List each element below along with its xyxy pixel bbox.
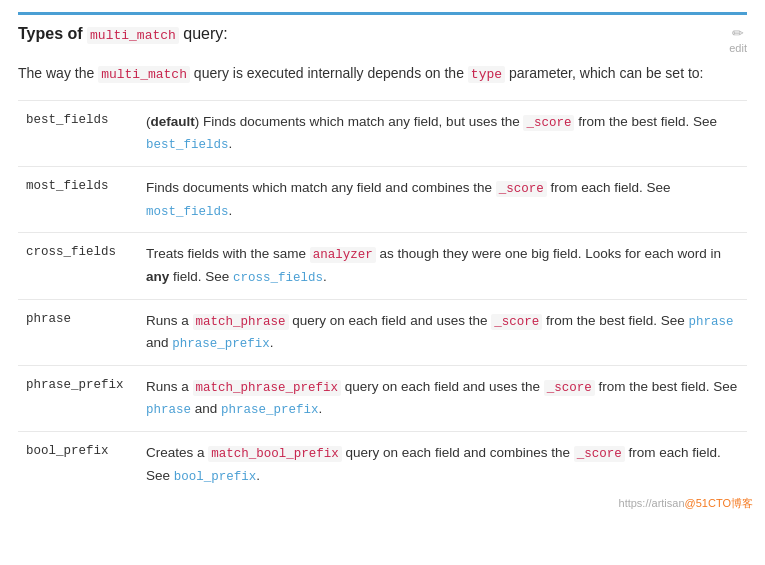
footer-url-prefix: https://artisan [619,497,685,509]
desc-link[interactable]: best_fields [146,138,229,152]
desc-cell: Runs a match_phrase query on each field … [138,299,747,365]
edit-area: ✏ edit [729,25,747,54]
desc-cell: Finds documents which match any field an… [138,167,747,233]
desc-link[interactable]: phrase_prefix [172,337,270,351]
bold-text: default [151,114,195,129]
table-row: cross_fieldsTreats fields with the same … [18,233,747,299]
inline-code: _score [544,380,595,396]
term-code: phrase [26,312,71,326]
inline-code: _score [523,115,574,131]
footer-brand: @51CTO博客 [685,497,753,509]
inline-code: match_phrase_prefix [193,380,342,396]
page-title: Types of multi_match query: [18,25,228,43]
term-cell: best_fields [18,100,138,166]
edit-label[interactable]: edit [729,42,747,54]
table-row: best_fields(default) Finds documents whi… [18,100,747,166]
term-cell: phrase_prefix [18,365,138,431]
inline-code: analyzer [310,247,376,263]
desc-cell: Creates a match_bool_prefix query on eac… [138,432,747,498]
desc-multi-match-code: multi_match [98,66,190,83]
title-row: Types of multi_match query: ✏ edit [18,25,747,54]
term-code: phrase_prefix [26,378,124,392]
term-code: cross_fields [26,245,116,259]
table-row: phraseRuns a match_phrase query on each … [18,299,747,365]
term-cell: bool_prefix [18,432,138,498]
edit-icon: ✏ [732,25,744,42]
desc-cell: (default) Finds documents which match an… [138,100,747,166]
inline-code: _score [496,181,547,197]
title-code: multi_match [87,27,179,44]
desc-link[interactable]: phrase_prefix [221,403,319,417]
term-cell: phrase [18,299,138,365]
inline-code: match_bool_prefix [208,446,342,462]
desc-cell: Runs a match_phrase_prefix query on each… [138,365,747,431]
title-suffix: query: [179,25,228,42]
term-cell: most_fields [18,167,138,233]
table-row: bool_prefixCreates a match_bool_prefix q… [18,432,747,498]
term-cell: cross_fields [18,233,138,299]
desc-link[interactable]: most_fields [146,205,229,219]
desc-link[interactable]: phrase [146,403,191,417]
inline-code: _score [491,314,542,330]
top-bar [18,12,747,15]
desc-cell: Treats fields with the same analyzer as … [138,233,747,299]
table-row: most_fieldsFinds documents which match a… [18,167,747,233]
footer-url: https://artisan@51CTO博客 [619,496,753,511]
term-code: bool_prefix [26,444,109,458]
table-row: phrase_prefixRuns a match_phrase_prefix … [18,365,747,431]
desc-link[interactable]: bool_prefix [174,470,257,484]
page-container: Types of multi_match query: ✏ edit The w… [0,0,765,517]
desc-link[interactable]: phrase [689,315,734,329]
term-code: most_fields [26,179,109,193]
bold-text: any [146,269,169,284]
description: The way the multi_match query is execute… [18,62,747,86]
term-code: best_fields [26,113,109,127]
desc-link[interactable]: cross_fields [233,271,323,285]
items-table: best_fields(default) Finds documents whi… [18,100,747,498]
desc-type-code: type [468,66,505,83]
title-prefix: Types of [18,25,87,42]
inline-code: _score [574,446,625,462]
inline-code: match_phrase [193,314,289,330]
